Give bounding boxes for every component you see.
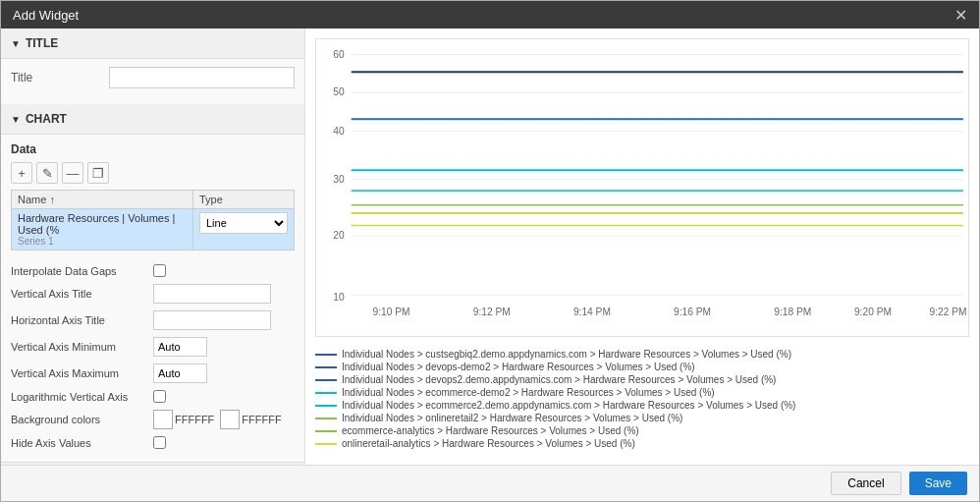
legend-item: Individual Nodes > ecommerce-demo2 > Har… <box>315 387 969 398</box>
svg-text:20: 20 <box>333 230 345 241</box>
bg-colors-label: Background colors <box>11 414 153 425</box>
vertical-axis-max-row: Vertical Axis Maximum <box>11 363 295 383</box>
interpolate-label: Interpolate Data Gaps <box>11 265 153 277</box>
horizontal-axis-title-row: Horizontal Axis Title <box>11 310 295 330</box>
title-section-content: Title <box>1 59 304 104</box>
edit-series-button[interactable]: ✎ <box>36 162 58 184</box>
legend-label: Individual Nodes > devops-demo2 > Hardwa… <box>342 362 695 372</box>
vertical-axis-max-input[interactable] <box>153 363 207 383</box>
vertical-axis-min-input[interactable] <box>153 337 207 357</box>
chart-area: 60 50 40 30 20 10 9:10 PM 9:12 PM <box>315 38 969 337</box>
svg-text:9:12 PM: 9:12 PM <box>473 307 511 317</box>
settings-section: Interpolate Data Gaps Vertical Axis Titl… <box>1 258 304 462</box>
series-name: Hardware Resources | Volumes | Used (% <box>18 212 187 236</box>
legend-item: Individual Nodes > ecommerce2.demo.appdy… <box>315 400 969 411</box>
modal-title: Add Widget <box>13 8 79 23</box>
chart-chevron-icon: ▼ <box>11 114 21 125</box>
vertical-axis-min-row: Vertical Axis Minimum <box>11 337 295 357</box>
svg-text:9:10 PM: 9:10 PM <box>373 307 410 317</box>
data-section: Data + ✎ — ❐ Name ↑ Type <box>1 135 304 258</box>
hide-axis-label: Hide Axis Values <box>11 437 153 449</box>
legend-item: ecommerce-analytics > Hardware Resources… <box>315 425 969 436</box>
horizontal-axis-title-label: Horizontal Axis Title <box>11 314 153 326</box>
svg-text:9:22 PM: 9:22 PM <box>930 307 967 317</box>
legend-area: Individual Nodes > custsegbiq2.demo.appd… <box>315 345 969 455</box>
legend-label: Individual Nodes > onlineretail2 > Hardw… <box>342 413 682 423</box>
series-sub: Series 1 <box>18 236 187 247</box>
data-label: Data <box>11 142 295 156</box>
hide-axis-row: Hide Axis Values <box>11 436 295 449</box>
bg-colors-row: Background colors FFFFFF FFFFFF <box>11 410 295 429</box>
bg-color1-label: FFFFFF <box>175 414 214 425</box>
chart-section-header[interactable]: ▼ CHART <box>1 104 304 135</box>
legend-line-icon <box>315 366 337 368</box>
chart-section-label: CHART <box>26 112 67 126</box>
title-label: Title <box>11 71 109 84</box>
vertical-axis-title-row: Vertical Axis Title <box>11 284 295 304</box>
svg-text:10: 10 <box>333 291 345 302</box>
bg-color2-swatch[interactable] <box>220 410 240 429</box>
svg-text:30: 30 <box>333 174 345 185</box>
series-table: Name ↑ Type Hardware Resources | Volumes… <box>11 190 295 251</box>
legend-label: Individual Nodes > ecommerce2.demo.appdy… <box>342 400 795 411</box>
vertical-axis-min-label: Vertical Axis Minimum <box>11 341 153 353</box>
bg-color1-swatch[interactable] <box>153 410 173 429</box>
legend-label: Individual Nodes > devops2.demo.appdynam… <box>342 374 776 385</box>
data-toolbar: + ✎ — ❐ <box>11 162 295 184</box>
type-select[interactable]: LineBarArea <box>199 212 288 234</box>
legend-line-icon <box>315 443 337 445</box>
legend-item: Individual Nodes > onlineretail2 > Hardw… <box>315 413 969 423</box>
svg-text:9:20 PM: 9:20 PM <box>854 307 892 317</box>
vertical-axis-title-input[interactable] <box>153 284 271 304</box>
log-vertical-checkbox[interactable] <box>153 390 166 403</box>
svg-text:40: 40 <box>333 126 345 137</box>
title-field-row: Title <box>11 67 295 88</box>
legend-label: Individual Nodes > ecommerce-demo2 > Har… <box>342 387 715 398</box>
legend-label: Individual Nodes > custsegbiq2.demo.appd… <box>342 349 791 360</box>
table-row[interactable]: Hardware Resources | Volumes | Used (% S… <box>12 209 295 251</box>
vertical-axis-max-label: Vertical Axis Maximum <box>11 367 153 379</box>
modal-body: ▼ TITLE Title ▼ CHART Data + ✎ — <box>1 28 979 465</box>
legend-line-icon <box>315 354 337 356</box>
modal-footer: Cancel Save <box>1 465 979 501</box>
col-name-header[interactable]: Name ↑ <box>12 191 193 209</box>
svg-text:9:16 PM: 9:16 PM <box>674 307 711 317</box>
right-panel: 60 50 40 30 20 10 9:10 PM 9:12 PM <box>305 28 979 465</box>
remove-series-button[interactable]: — <box>62 162 83 184</box>
add-series-button[interactable]: + <box>11 162 32 184</box>
legend-line-icon <box>315 379 337 381</box>
close-icon[interactable]: ✕ <box>954 6 967 25</box>
vertical-axis-title-label: Vertical Axis Title <box>11 288 153 300</box>
hide-axis-checkbox[interactable] <box>153 436 166 449</box>
interpolate-row: Interpolate Data Gaps <box>11 264 295 277</box>
bg-color2-label: FFFFFF <box>242 414 281 425</box>
interpolate-checkbox[interactable] <box>153 264 166 277</box>
legend-label: ecommerce-analytics > Hardware Resources… <box>342 425 639 436</box>
modal-header: Add Widget ✕ <box>1 1 979 28</box>
legend-label: onlineretail-analytics > Hardware Resour… <box>342 438 635 449</box>
svg-text:50: 50 <box>333 86 345 97</box>
title-chevron-icon: ▼ <box>11 38 21 49</box>
svg-text:60: 60 <box>333 49 345 60</box>
title-section-label: TITLE <box>26 36 58 50</box>
save-button[interactable]: Save <box>909 472 967 495</box>
chart-svg: 60 50 40 30 20 10 9:10 PM 9:12 PM <box>316 39 968 336</box>
copy-series-button[interactable]: ❐ <box>87 162 109 184</box>
legend-item: Individual Nodes > devops2.demo.appdynam… <box>315 374 969 385</box>
log-vertical-label: Logarithmic Vertical Axis <box>11 391 153 403</box>
cancel-button[interactable]: Cancel <box>831 472 900 495</box>
legend-line-icon <box>315 430 337 432</box>
svg-text:9:18 PM: 9:18 PM <box>774 307 811 317</box>
legend-item: onlineretail-analytics > Hardware Resour… <box>315 438 969 449</box>
svg-text:9:14 PM: 9:14 PM <box>573 307 611 317</box>
title-section-header[interactable]: ▼ TITLE <box>1 28 304 59</box>
horizontal-axis-title-input[interactable] <box>153 310 271 330</box>
left-panel: ▼ TITLE Title ▼ CHART Data + ✎ — <box>1 28 305 465</box>
legend-item: Individual Nodes > custsegbiq2.demo.appd… <box>315 349 969 360</box>
legend-line-icon <box>315 405 337 407</box>
legend-line-icon <box>315 392 337 394</box>
legend-item: Individual Nodes > devops-demo2 > Hardwa… <box>315 362 969 372</box>
title-input[interactable] <box>109 67 295 88</box>
legend-line-icon <box>315 418 337 419</box>
add-widget-modal: Add Widget ✕ ▼ TITLE Title ▼ CHART <box>0 0 980 502</box>
